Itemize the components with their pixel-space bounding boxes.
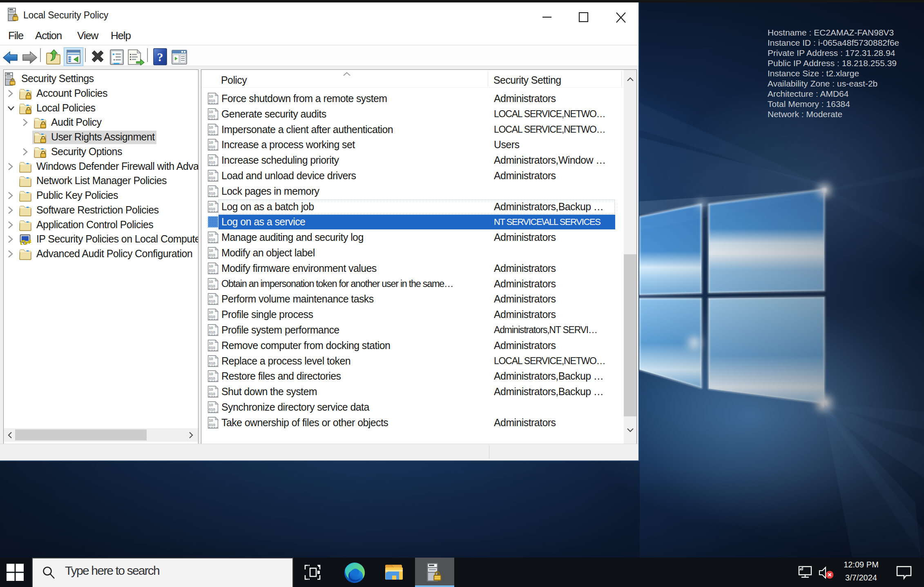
svg-text:?: ? — [157, 50, 163, 64]
